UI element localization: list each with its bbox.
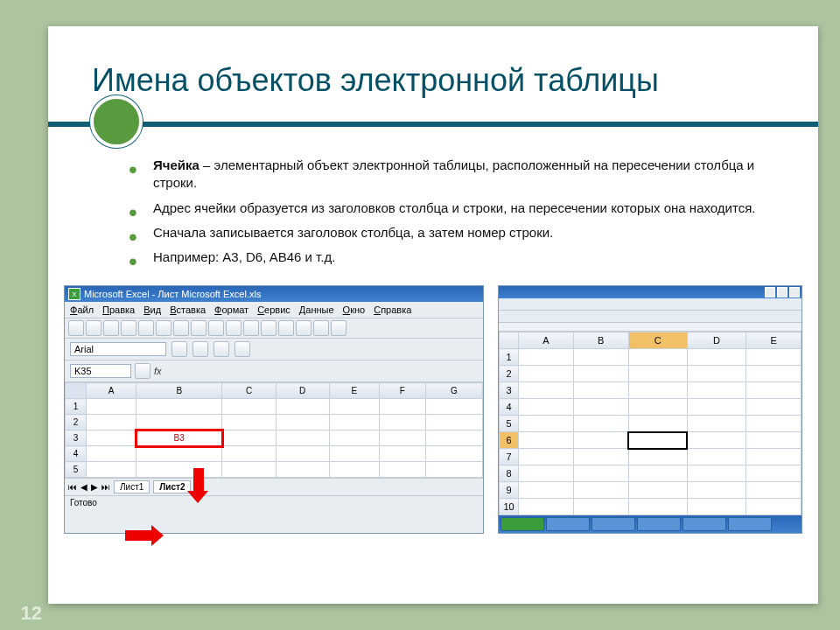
cell[interactable] (746, 482, 802, 499)
menu-item[interactable]: Сервис (257, 304, 290, 315)
cell[interactable] (276, 430, 329, 446)
minimize-icon[interactable] (765, 287, 775, 298)
cell[interactable] (628, 482, 687, 499)
cell[interactable] (746, 449, 802, 466)
toolbar-button[interactable] (156, 320, 172, 336)
cell[interactable] (136, 399, 222, 415)
cell[interactable] (519, 349, 574, 366)
cell[interactable] (379, 415, 425, 430)
cell[interactable] (519, 399, 574, 416)
toolbar-button[interactable] (208, 320, 224, 336)
nav-prev-icon[interactable]: ◀ (80, 482, 88, 492)
highlighted-cell-b3[interactable]: B3 (136, 430, 222, 446)
cell[interactable] (746, 366, 802, 382)
toolbar-button[interactable] (68, 320, 84, 336)
cell[interactable] (687, 499, 746, 515)
cell[interactable] (628, 449, 687, 466)
cell[interactable] (222, 462, 276, 478)
cell[interactable] (687, 466, 746, 482)
cell[interactable] (746, 466, 802, 482)
cell[interactable] (687, 382, 746, 399)
cell[interactable] (687, 482, 746, 499)
name-box[interactable]: K35 (70, 364, 131, 378)
cell[interactable] (519, 432, 574, 449)
nav-last-icon[interactable]: ⏭ (102, 482, 110, 492)
cell[interactable] (573, 499, 628, 515)
cell[interactable] (687, 449, 746, 466)
col-header[interactable]: B (573, 332, 628, 349)
col-header[interactable]: D (687, 332, 746, 349)
cell[interactable] (573, 366, 628, 382)
toolbar-button[interactable] (313, 320, 329, 336)
start-button[interactable] (500, 517, 544, 531)
row-header[interactable]: 7 (500, 449, 519, 466)
cell[interactable] (519, 466, 574, 482)
cell[interactable] (87, 415, 136, 430)
cell[interactable] (746, 399, 802, 416)
row-header[interactable]: 2 (66, 415, 87, 430)
col-header[interactable]: A (87, 383, 136, 399)
menu-item[interactable]: Справка (374, 304, 411, 315)
cell[interactable] (746, 432, 802, 449)
cell[interactable] (628, 416, 687, 432)
cell[interactable] (573, 349, 628, 366)
cell[interactable] (687, 366, 746, 382)
cell[interactable] (746, 416, 802, 432)
cell[interactable] (628, 466, 687, 482)
cell[interactable] (136, 415, 222, 430)
spreadsheet-grid[interactable]: A B C D E F G 1 2 3B3 4 5 (65, 382, 483, 478)
row-header[interactable]: 3 (66, 430, 87, 446)
toolbar-button[interactable] (121, 320, 136, 336)
format-button[interactable] (234, 341, 250, 357)
row-header[interactable]: 4 (500, 399, 519, 416)
row-header[interactable]: 1 (66, 399, 87, 415)
cell[interactable] (628, 349, 687, 366)
nav-first-icon[interactable]: ⏮ (68, 482, 77, 492)
cell[interactable] (222, 430, 276, 446)
col-header-selected[interactable]: C (628, 332, 687, 349)
close-icon[interactable] (789, 287, 800, 298)
cell[interactable] (519, 366, 574, 382)
sheet-tab[interactable]: Лист1 (114, 480, 150, 494)
cell[interactable] (746, 349, 802, 366)
row-header[interactable]: 1 (500, 349, 519, 366)
cell[interactable] (222, 446, 276, 462)
col-header[interactable]: F (379, 383, 425, 399)
row-header[interactable]: 4 (66, 446, 87, 462)
row-header[interactable]: 10 (500, 499, 519, 515)
cell[interactable] (573, 466, 628, 482)
cell[interactable] (687, 399, 746, 416)
col-header[interactable]: E (746, 332, 802, 349)
col-header[interactable]: A (519, 332, 574, 349)
cell[interactable] (136, 462, 222, 478)
taskbar-button[interactable] (546, 517, 590, 531)
cell[interactable] (276, 446, 329, 462)
col-header[interactable]: E (329, 383, 379, 399)
toolbar-button[interactable] (86, 320, 102, 336)
cell[interactable] (628, 382, 687, 399)
taskbar-button[interactable] (637, 517, 681, 531)
cell[interactable] (329, 415, 379, 430)
menu-item[interactable]: Вид (144, 304, 161, 315)
cell[interactable] (573, 449, 628, 466)
menu-item[interactable]: Формат (214, 304, 248, 315)
cell[interactable] (687, 349, 746, 366)
toolbar-button[interactable] (191, 320, 206, 336)
cell[interactable] (379, 430, 425, 446)
spreadsheet-grid[interactable]: A B C D E 1 2 3 4 5 6 7 8 9 10 (499, 332, 802, 515)
toolbar-button[interactable] (103, 320, 119, 336)
cell[interactable] (425, 399, 482, 415)
cell[interactable] (746, 499, 802, 515)
toolbar-button[interactable] (173, 320, 189, 336)
cell[interactable] (276, 399, 329, 415)
row-header-selected[interactable]: 6 (500, 432, 519, 449)
col-header[interactable]: B (136, 383, 222, 399)
cell[interactable] (425, 462, 482, 478)
cell[interactable] (425, 430, 482, 446)
row-header[interactable]: 8 (500, 466, 519, 482)
cell[interactable] (628, 499, 687, 515)
cell[interactable] (222, 415, 276, 430)
toolbar-button[interactable] (278, 320, 294, 336)
cell[interactable] (425, 415, 482, 430)
menu-item[interactable]: Правка (102, 304, 135, 315)
